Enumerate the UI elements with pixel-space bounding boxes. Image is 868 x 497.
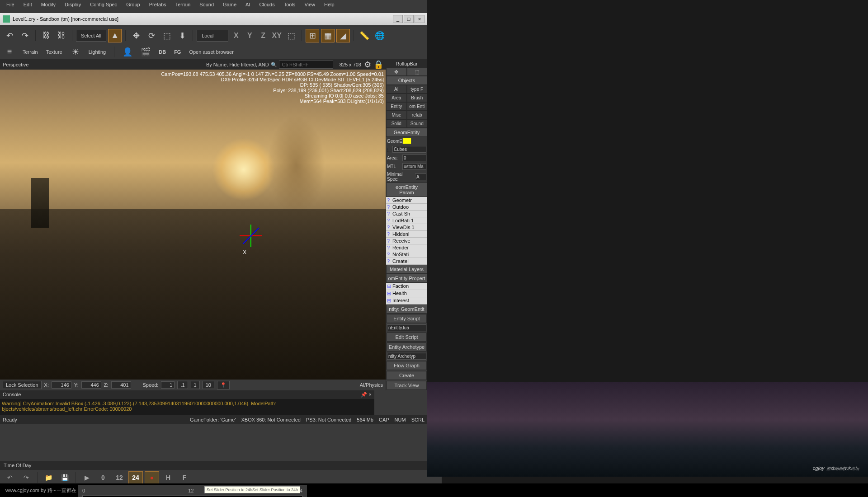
speed-input[interactable] (161, 381, 175, 389)
list-item[interactable]: ?LodRati 1 (386, 217, 427, 224)
speed-1[interactable]: 1 (191, 381, 200, 389)
tod-undo-icon[interactable]: ↶ (3, 471, 17, 484)
obj-area[interactable]: Area (386, 94, 407, 102)
list-item[interactable]: ?Render (386, 244, 427, 251)
mtl-input[interactable] (402, 163, 426, 170)
link-icon[interactable]: ⛓ (39, 29, 53, 42)
list-item[interactable]: ?HiddenI (386, 231, 427, 238)
lighting-mode[interactable]: Lighting (87, 49, 108, 55)
menu-prefabs[interactable]: Prefabs (145, 0, 171, 10)
menu-modify[interactable]: Modify (37, 0, 60, 10)
tod-titlebar[interactable]: Time Of Day (0, 461, 442, 470)
aiphysics-toggle[interactable]: AI/Physics (360, 382, 383, 388)
list-item[interactable]: ?Receive (386, 238, 427, 244)
menu-game[interactable]: Game (218, 0, 241, 10)
menu-group[interactable]: Group (122, 0, 145, 10)
list-item[interactable]: ?Cast Sh (386, 211, 427, 217)
geom-color-swatch[interactable] (402, 138, 411, 144)
axis-z[interactable]: Z (257, 30, 269, 42)
console-header[interactable]: Console 📌 × (0, 390, 374, 399)
obj-prefab[interactable]: refab (407, 111, 428, 119)
create-button[interactable]: Create (387, 371, 427, 380)
unlink-icon[interactable]: ⛓ (55, 29, 68, 42)
tod-24-button[interactable]: 24 (128, 471, 143, 484)
tod-timeline[interactable]: 0 12 24 Set Slider Position to 24hSet Sl… (78, 485, 307, 497)
obj-solid[interactable]: Solid (386, 119, 407, 128)
entity-lua-input[interactable] (387, 324, 426, 331)
area-input[interactable] (402, 155, 426, 161)
terrain-follow-icon[interactable]: ⬚ (284, 29, 298, 42)
snap-icon[interactable]: ⊞ (306, 29, 319, 42)
coord-space-select[interactable]: Local (197, 30, 228, 42)
menu-sound[interactable]: Sound (195, 0, 218, 10)
archetype-input[interactable] (387, 353, 426, 360)
lock-selection-button[interactable]: Lock Selection (3, 381, 42, 389)
rollup-tab-2[interactable]: ⬚ (407, 68, 428, 76)
editor-titlebar[interactable]: Level1.cry - Sandbox (tm) [non-commercia… (0, 13, 427, 25)
search-input[interactable] (279, 61, 333, 69)
rotate-tool-icon[interactable]: ⟳ (145, 29, 158, 42)
globe-icon[interactable]: 🌐 (373, 29, 387, 42)
list-item[interactable]: ⊞Faction (386, 283, 427, 290)
list-item[interactable]: ⊞Health (386, 290, 427, 297)
viewport-3d[interactable]: CamPos=193.68 475.53 405.36 Angl=-1 0 14… (0, 70, 386, 380)
params-header[interactable]: eomEntity Param (386, 183, 427, 197)
speed-10[interactable]: 10 (203, 381, 214, 389)
tod-save-icon[interactable]: 💾 (57, 471, 72, 484)
minimize-button[interactable]: _ (393, 15, 403, 23)
console-output[interactable]: Warning] CryAnimation: Invalid BBox (-1.… (0, 399, 374, 415)
menu-terrain[interactable]: Terrain (171, 0, 195, 10)
cubes-input[interactable] (392, 146, 426, 153)
obj-brush[interactable]: Brush (407, 94, 428, 102)
tod-0-button[interactable]: 0 (96, 471, 110, 484)
texture-mode[interactable]: Texture (44, 49, 64, 55)
pos-x-input[interactable] (52, 381, 71, 389)
menu-config-spec[interactable]: Config Spec (85, 0, 122, 10)
list-item[interactable]: ⊞Interest (386, 297, 427, 305)
axis-y[interactable]: Y (244, 30, 255, 42)
props-header[interactable]: omEntity Propert (386, 274, 427, 283)
move-tool-icon[interactable]: ✥ (129, 29, 143, 42)
tod-12-button[interactable]: 12 (112, 471, 127, 484)
menu-tools[interactable]: Tools (279, 0, 300, 10)
menu-view[interactable]: View (300, 0, 320, 10)
minspec-input[interactable] (415, 173, 426, 180)
obj-misc[interactable]: Misc (386, 111, 407, 119)
menu-file[interactable]: File (2, 0, 19, 10)
obj-omenti[interactable]: om Enti (407, 102, 428, 111)
grid-icon[interactable]: ▦ (321, 29, 335, 42)
console-pin-icon[interactable]: 📌 (361, 392, 367, 398)
terrain-mode[interactable]: Terrain (21, 49, 40, 55)
tod-redo-icon[interactable]: ↷ (19, 471, 33, 484)
matlayers-header[interactable]: Material Layers (386, 265, 427, 274)
db-button[interactable]: DB (157, 49, 168, 55)
angle-snap-icon[interactable]: ◢ (336, 29, 350, 42)
edit-script-button[interactable]: Edit Script (387, 333, 427, 342)
undo-icon[interactable]: ↶ (3, 29, 16, 42)
list-item[interactable]: ?NoStati (386, 251, 427, 258)
list-item[interactable]: ?CreateI (386, 258, 427, 265)
tod-play-icon[interactable]: ▶ (80, 471, 94, 484)
search-icon[interactable]: 🔍 (271, 62, 277, 68)
obj-typef[interactable]: type F (407, 85, 428, 94)
pos-y-input[interactable] (81, 381, 101, 389)
console-close-icon[interactable]: × (369, 392, 372, 398)
obj-sound[interactable]: Sound (407, 119, 428, 128)
cubes-icon[interactable]: ⬚ (387, 146, 392, 152)
menu-ai[interactable]: AI (241, 0, 255, 10)
axis-xy[interactable]: XY (271, 30, 283, 42)
viewport-label[interactable]: Perspective (3, 62, 28, 67)
open-asset-browser[interactable]: Open asset browser (187, 49, 235, 55)
obj-entity[interactable]: Entity (386, 102, 407, 111)
list-item[interactable]: ?Outdoo (386, 204, 427, 211)
tod-record-icon[interactable]: ● (145, 471, 159, 484)
redo-icon[interactable]: ↷ (18, 29, 32, 42)
light-icon[interactable]: ☀ (69, 45, 82, 59)
scale-tool-icon[interactable]: ⬚ (160, 29, 174, 42)
objects-header[interactable]: Objects (386, 76, 427, 85)
tod-f-button[interactable]: F (177, 471, 192, 484)
entity-header[interactable]: ntity: GeomEntit (386, 305, 427, 314)
ruler-icon[interactable]: 📏 (358, 29, 371, 42)
tod-h-button[interactable]: H (161, 471, 175, 484)
layers-icon[interactable]: ≡ (3, 45, 16, 59)
